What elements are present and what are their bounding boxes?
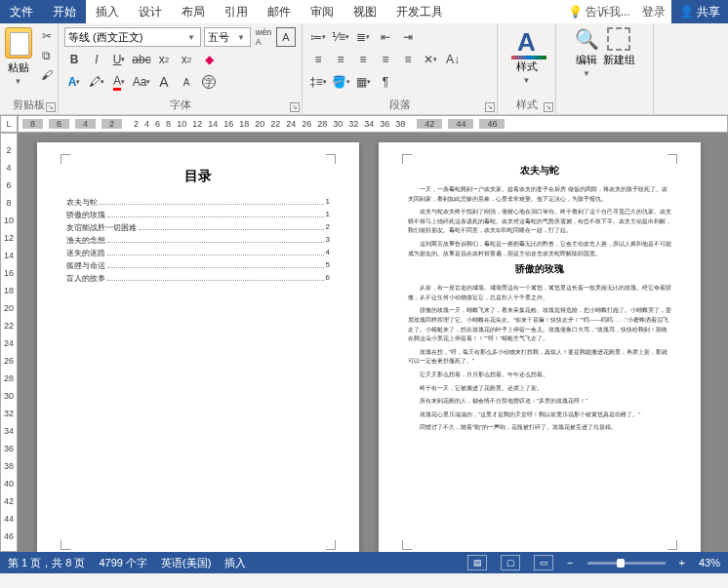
text-effects-button[interactable]: A▾ (64, 72, 84, 92)
paragraph: 农夫与蛇农夫终于找到了刚强，便耐心地在洞口等待。终于看到了这个自己寻觅已久的仇家… (408, 208, 671, 236)
align-center-button[interactable]: ≡ (331, 50, 350, 69)
numbering-button[interactable]: ⅟≡▾ (331, 27, 350, 47)
toc-item[interactable]: 盲人的故事6 (66, 273, 330, 284)
sort-button[interactable]: A↓ (443, 50, 463, 69)
ribbon: 粘贴 ▼ ✂ ⧉ 🖌 剪贴板 ↘ 等线 (西文正文)▼ 五号▼ wénA A B… (0, 23, 728, 115)
paragraph: 玫瑰花心里乐滋滋的，"这里才是我的天堂呀！我以前竟乐说那个破篱笆真是幼稚了。" (408, 411, 671, 420)
zoom-in-button[interactable]: + (679, 557, 685, 568)
line-spacing-icon: ‡≡ (309, 75, 323, 89)
zoom-slider[interactable] (587, 562, 666, 565)
paragraph: 同惜过了不久，随着"啪"的一声响，花瓶被打碎了。玫瑰花被丢进了垃圾箱。 (408, 423, 671, 433)
copy-button[interactable]: ⧉ (38, 47, 56, 64)
login[interactable]: 登录 (636, 4, 671, 20)
bullets-button[interactable]: ≔▾ (308, 27, 328, 47)
justify-button[interactable]: ≡ (376, 50, 395, 69)
read-mode-button[interactable]: ▤ (467, 555, 487, 570)
highlighter-icon: 🖍 (89, 75, 101, 89)
zoom-out-button[interactable]: − (567, 557, 573, 568)
new-group-button[interactable]: 新建组 (603, 27, 635, 78)
paste-button[interactable]: 粘贴 ▼ (3, 25, 34, 88)
page-2[interactable]: 农夫与蛇 一天，一条毒蛇爬到一户农夫家。趁着农夫的妻子在厨房 做饭的间隙，将农夫… (379, 142, 701, 552)
tab-design[interactable]: 设计 (129, 0, 172, 23)
menu-bar: 文件 开始 插入 设计 布局 引用 邮件 审阅 视图 开发工具 💡告诉我... … (0, 0, 728, 23)
change-case-button[interactable]: Aa▾ (132, 72, 151, 92)
toc-item[interactable]: 友谊能战胜一切困难2 (66, 222, 330, 233)
word-count[interactable]: 4799 个字 (99, 556, 147, 570)
group-icon (607, 27, 630, 51)
vertical-ruler[interactable]: 2468101214161820222426283032343638404244… (0, 133, 18, 552)
superscript-button[interactable]: x2 (177, 50, 196, 69)
subscript-button[interactable]: x2 (154, 50, 174, 69)
align-left-button[interactable]: ≡ (308, 50, 328, 69)
web-layout-button[interactable]: ▭ (534, 555, 553, 570)
horizontal-ruler[interactable]: 8642246810121416182022242628303234363842… (18, 115, 728, 133)
tab-developer[interactable]: 开发工具 (386, 0, 453, 23)
tab-review[interactable]: 审阅 (301, 0, 344, 23)
line-spacing-button[interactable]: ‡≡▾ (308, 72, 328, 92)
increase-indent-button[interactable]: ⇥ (398, 27, 418, 47)
border-icon: ▦ (356, 75, 367, 89)
borders-button[interactable]: ▦▾ (353, 72, 373, 92)
tab-insert[interactable]: 插入 (86, 0, 129, 23)
tab-selector[interactable]: L (0, 115, 18, 133)
insert-mode[interactable]: 插入 (224, 556, 246, 570)
toc-item[interactable]: 骄傲的玫瑰1 (66, 210, 330, 220)
tab-mailings[interactable]: 邮件 (258, 0, 301, 23)
distribute-button[interactable]: ≡ (398, 50, 418, 69)
font-color-button[interactable]: A▾ (109, 72, 129, 92)
cut-button[interactable]: ✂ (38, 27, 56, 45)
strikethrough-button[interactable]: abc (132, 50, 151, 69)
share-button[interactable]: 👤 共享 (671, 0, 728, 23)
dialog-launcher[interactable]: ↘ (544, 102, 553, 112)
toc-item[interactable]: 迷失的迷路4 (66, 248, 330, 258)
tab-view[interactable]: 视图 (344, 0, 386, 23)
phonetic-guide-button[interactable]: wénA (254, 27, 273, 47)
toc-item[interactable]: 渔夫的念想3 (66, 235, 330, 246)
font-name-combo[interactable]: 等线 (西文正文)▼ (64, 27, 201, 47)
styles-button[interactable]: A (517, 27, 536, 58)
toc-item[interactable]: 农夫与蛇1 (66, 197, 330, 208)
grow-font-button[interactable]: A (154, 72, 174, 92)
language-indicator[interactable]: 英语(美国) (161, 556, 211, 570)
underline-button[interactable]: U▾ (109, 50, 129, 69)
tell-me[interactable]: 💡告诉我... (562, 4, 636, 20)
page-1[interactable]: 目录 农夫与蛇1骄傲的玫瑰1友谊能战胜一切困难2渔夫的念想3迷失的迷路4狐狸与命… (37, 142, 359, 552)
paragraph: 这则寓言故事告诉我们，毒蛇是一类剧毒无比的野兽，它会主动攻击人类，所以人类和他是… (408, 240, 671, 258)
shading-button[interactable]: 🪣▾ (331, 72, 350, 92)
editing-button[interactable]: 🔍 编辑 ▼ (575, 27, 599, 78)
align-right-button[interactable]: ≡ (353, 50, 373, 69)
page-icon: ▢ (506, 558, 515, 568)
ruler-row: L 86422468101214161820222426283032343638… (0, 115, 728, 133)
group-label: 剪贴板 (13, 96, 45, 114)
group-label: 段落 (389, 96, 411, 114)
print-layout-button[interactable]: ▢ (501, 555, 520, 570)
zoom-level[interactable]: 43% (699, 557, 720, 568)
story-title-1: 农夫与蛇 (408, 164, 671, 177)
dialog-launcher[interactable]: ↘ (290, 102, 300, 112)
dialog-launcher[interactable]: ↘ (46, 102, 56, 112)
clear-format-button[interactable]: ◆ (199, 50, 219, 69)
page-indicator[interactable]: 第 1 页，共 8 页 (8, 556, 85, 570)
multilevel-button[interactable]: ≣▾ (353, 27, 373, 47)
character-border-button[interactable]: A (276, 27, 296, 47)
tab-layout[interactable]: 布局 (172, 0, 215, 23)
show-marks-button[interactable]: ¶ (376, 72, 395, 92)
highlight-button[interactable]: 🖍▾ (87, 72, 106, 92)
tab-references[interactable]: 引用 (215, 0, 258, 23)
decrease-indent-button[interactable]: ⇤ (376, 27, 395, 47)
tab-file[interactable]: 文件 (0, 0, 43, 23)
paint-bucket-icon: 🪣 (332, 75, 346, 89)
shrink-font-button[interactable]: A (177, 72, 196, 92)
tab-home[interactable]: 开始 (43, 0, 86, 23)
group-styles: A 样式 ▼ 样式 ↘ (498, 23, 556, 114)
bold-button[interactable]: B (64, 50, 84, 69)
toc-item[interactable]: 狐狸与命运5 (66, 260, 330, 271)
italic-button[interactable]: I (87, 50, 106, 69)
font-size-combo[interactable]: 五号▼ (204, 27, 251, 47)
format-painter-button[interactable]: 🖌 (38, 66, 56, 84)
asian-layout-button[interactable]: ✕▾ (421, 50, 440, 69)
enclosed-char-button[interactable]: 字 (199, 72, 219, 92)
book-icon: ▤ (473, 558, 482, 568)
clipboard-icon (5, 27, 32, 59)
dialog-launcher[interactable]: ↘ (485, 102, 495, 112)
